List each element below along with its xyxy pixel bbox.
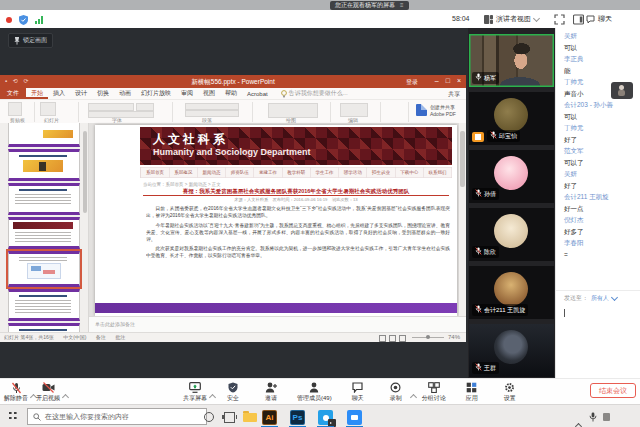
adobe-pdf-icon[interactable]	[416, 104, 427, 116]
ppt-tab-审阅[interactable]: 审阅	[176, 88, 198, 99]
camera-off-icon	[42, 382, 55, 393]
toolbar-item-共享屏幕[interactable]: 共享屏幕	[183, 382, 207, 403]
cortana-icon[interactable]	[204, 412, 214, 422]
toolbar-item-管理成员(49)[interactable]: 管理成员(49)	[297, 382, 332, 403]
ppt-ribbon[interactable]: 剪贴板 幻灯片 字体 段落 绘图 编辑 创建并共享Adobe PDF	[0, 100, 466, 125]
toolbar-item-安全[interactable]: 安全	[221, 382, 245, 403]
slide-edit-area[interactable]: 人文社科系 Humanity and Sociology Department …	[89, 123, 466, 332]
chat-message[interactable]: 李春阳=	[564, 237, 639, 260]
banner-menu-icon[interactable]: ≡	[400, 1, 404, 10]
tray-mic-icon[interactable]	[589, 412, 597, 422]
article-paragraph: 此次获奖是对我系暑期社会实践工作的充分肯定。我系将以此为契机，进一步加强和改进大…	[146, 245, 450, 259]
chat-message[interactable]: 会计211 王凯旋好一点	[564, 191, 639, 214]
toolbar-item-录制[interactable]: 录制	[384, 382, 408, 403]
view-buttons[interactable]	[379, 335, 406, 342]
video-tile-孙倩[interactable]: 孙倩	[469, 150, 554, 203]
record-icon	[390, 382, 401, 393]
webpage-nav-item: 下载中心	[395, 168, 423, 178]
slide-thumbnail-panel[interactable]	[0, 123, 89, 332]
webpage-banner: 人文社科系 Humanity and Sociology Department	[140, 127, 452, 165]
ppt-tab-开始[interactable]: 开始	[26, 88, 48, 99]
start-button[interactable]	[7, 412, 17, 422]
toolbar-item-开启视频[interactable]: 开启视频	[36, 382, 60, 403]
toolbar-item-应用[interactable]: 应用	[460, 382, 484, 403]
slide-thumbnail-selected[interactable]	[8, 251, 80, 287]
toolbar-item-caret[interactable]	[63, 386, 68, 404]
layout-button[interactable]	[573, 14, 584, 25]
slide-thumbnail[interactable]	[8, 149, 80, 181]
ppt-share-button[interactable]: 共享	[448, 90, 460, 99]
chat-sender-name: 吴妍	[564, 168, 639, 180]
illustrator-icon[interactable]: Ai	[262, 410, 277, 425]
tray-expand-icon[interactable]	[576, 415, 581, 427]
pin-screen-button[interactable]: 锁定画面	[8, 33, 53, 48]
toolbar-item-解除静音[interactable]: 解除静音	[4, 382, 28, 403]
end-meeting-button[interactable]: 结束会议	[590, 383, 636, 398]
tell-me-box[interactable]: 告诉我你想要做什么...	[273, 88, 348, 99]
toolbar-item-caret[interactable]	[210, 386, 215, 404]
view-mode-button[interactable]: 演讲者视图	[484, 13, 539, 25]
chevron-down-icon	[533, 14, 540, 21]
video-tile-邱宝怡[interactable]: 邱宝怡	[469, 92, 554, 145]
notes-toggle[interactable]: 备注	[96, 335, 106, 341]
slide-thumbnail[interactable]	[8, 217, 80, 249]
slide-thumbnail[interactable]	[8, 123, 80, 147]
close-icon[interactable]: ×	[457, 77, 461, 84]
toolbar-item-聊天[interactable]: 聊天	[346, 382, 370, 403]
meeting-app-icon[interactable]	[318, 410, 333, 425]
ppt-tab-切换[interactable]: 切换	[92, 88, 114, 99]
send-to-dropdown-icon[interactable]	[611, 294, 618, 301]
ppt-tab-Acrobat[interactable]: Acrobat	[242, 88, 273, 99]
ppt-tab-插入[interactable]: 插入	[48, 88, 70, 99]
chat-message[interactable]: 倪灯杰好多了	[564, 214, 639, 237]
zoom-slider[interactable]	[412, 337, 444, 338]
toolbar-item-caret[interactable]	[411, 386, 416, 404]
file-explorer-icon[interactable]	[243, 413, 257, 422]
thumbnail-scrollbar[interactable]	[83, 131, 87, 213]
video-tile-陈欣[interactable]: 陈欣	[469, 208, 554, 261]
slide-thumbnail[interactable]	[8, 323, 80, 332]
fullscreen-button[interactable]	[554, 14, 565, 25]
chat-message[interactable]: 范文军可以了	[564, 145, 639, 168]
tray-app-icon[interactable]	[603, 413, 610, 421]
photoshop-icon[interactable]: Ps	[290, 410, 305, 425]
chat-message[interactable]: 吴妍好了	[564, 168, 639, 191]
current-slide[interactable]: 人文社科系 Humanity and Sociology Department …	[95, 125, 457, 316]
chat-message[interactable]: 李正典能	[564, 53, 639, 76]
toolbar-item-邀请[interactable]: 邀请	[259, 382, 283, 403]
video-tile-会计211 王凯旋[interactable]: 会计211 王凯旋	[469, 266, 554, 319]
ppt-tab-幻灯片放映[interactable]: 幻灯片放映	[136, 88, 176, 99]
chat-message-list[interactable]: 吴妍可以李正典能丁帅元声音小会计203 - 孙小善可以丁帅元好了范文军可以了吴妍…	[564, 30, 639, 260]
ppt-tab-帮助[interactable]: 帮助	[220, 88, 242, 99]
task-view-icon[interactable]	[224, 412, 235, 423]
chat-message[interactable]: 丁帅元好了	[564, 122, 639, 145]
security-shield-icon	[19, 15, 28, 25]
ppt-signin[interactable]: 登录	[406, 78, 418, 87]
notes-pane[interactable]: 单击此处添加备注	[89, 316, 466, 333]
ppt-tab-文件[interactable]: 文件	[0, 88, 26, 99]
send-to-target[interactable]: 所有人	[591, 294, 609, 303]
toolbar-item-分组讨论[interactable]: 分组讨论	[422, 382, 446, 403]
chat-input[interactable]	[556, 304, 640, 378]
taskbar-search-input[interactable]: 在这里输入你要搜索的内容	[27, 408, 207, 425]
comments-toggle[interactable]: 批注	[115, 335, 125, 341]
shared-screen-area: 锁定画面 ▪ ⟲ ⟳ 新横幅556.pptx - PowerPoint 登录 –…	[0, 28, 468, 378]
ppt-tab-动画[interactable]: 动画	[114, 88, 136, 99]
toolbar-item-设置[interactable]: 设置	[498, 382, 522, 403]
minimize-icon[interactable]: –	[435, 77, 439, 84]
adobe-pdf-label[interactable]: 创建并共享Adobe PDF	[430, 104, 456, 118]
slide-scrollbar[interactable]	[459, 123, 466, 332]
ppt-tab-视图[interactable]: 视图	[198, 88, 220, 99]
participant-name: 王群	[484, 365, 496, 372]
ppt-tab-设计[interactable]: 设计	[70, 88, 92, 99]
chat-message[interactable]: 会计203 - 孙小善可以	[564, 99, 639, 122]
video-tile-杨军[interactable]: 杨军	[469, 34, 554, 87]
chat-message[interactable]: 吴妍可以	[564, 30, 639, 53]
chat-panel-header[interactable]: 聊天	[586, 14, 612, 24]
slide-thumbnail[interactable]	[8, 183, 80, 215]
video-app-icon[interactable]	[347, 410, 362, 425]
meeting-app-window: 您正在观看杨军的屏幕 ≡ 58:04 演讲者视图	[0, 0, 640, 427]
restore-icon[interactable]: □	[446, 77, 450, 84]
slide-thumbnail[interactable]	[8, 289, 80, 321]
ppt-titlebar[interactable]: ▪ ⟲ ⟳ 新横幅556.pptx - PowerPoint 登录 – □ ×	[0, 75, 466, 88]
